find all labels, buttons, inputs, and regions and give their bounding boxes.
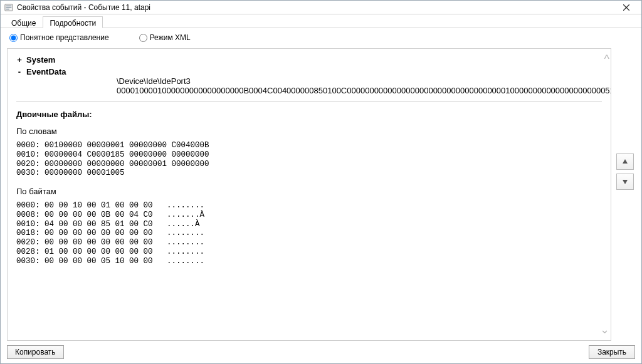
tab-bar: Общие Подробности xyxy=(1,14,641,28)
tab-general[interactable]: Общие xyxy=(4,16,43,28)
copy-button[interactable]: Копировать xyxy=(7,345,64,359)
svg-rect-3 xyxy=(6,8,9,9)
bytes-subhead: По байтам xyxy=(16,187,602,196)
radio-xml-view[interactable]: Режим XML xyxy=(139,33,191,42)
radio-friendly-label: Понятное представление xyxy=(20,33,109,42)
scroll-up-affordance[interactable]: ^ xyxy=(604,53,609,66)
app-icon xyxy=(4,3,13,12)
expand-icon[interactable]: + xyxy=(16,55,23,65)
tree-eventdata-label: EventData xyxy=(26,67,66,76)
prev-event-button[interactable] xyxy=(616,153,634,170)
radio-xml-input[interactable] xyxy=(139,34,147,42)
details-content: ^ ⌄ + System - EventData \Device\Ide\Ide… xyxy=(7,48,611,341)
titlebar: Свойства событий - Событие 11, atapi xyxy=(1,1,641,14)
collapse-icon[interactable]: - xyxy=(16,67,23,76)
svg-rect-1 xyxy=(6,5,12,6)
tree-system-row[interactable]: + System xyxy=(16,55,602,65)
event-properties-dialog: Свойства событий - Событие 11, atapi Общ… xyxy=(0,0,642,364)
eventdata-hex-blob: 0000100001000000000000000000B0004C004000… xyxy=(16,86,602,95)
radio-xml-label: Режим XML xyxy=(150,33,191,42)
window-title: Свойства событий - Событие 11, atapi xyxy=(17,3,150,12)
tab-details[interactable]: Подробности xyxy=(43,16,103,28)
radio-friendly-input[interactable] xyxy=(9,34,18,42)
eventdata-device-path: \Device\Ide\IdePort3 xyxy=(16,76,602,86)
radio-friendly-view[interactable]: Понятное представление xyxy=(9,33,109,42)
view-mode-row: Понятное представление Режим XML xyxy=(1,28,641,46)
close-button[interactable]: Закрыть xyxy=(589,345,635,359)
dialog-footer: Копировать Закрыть xyxy=(1,342,641,363)
svg-rect-2 xyxy=(6,7,12,8)
svg-marker-7 xyxy=(623,180,628,184)
tree-system-label: System xyxy=(26,55,55,65)
next-event-button[interactable] xyxy=(616,174,634,190)
words-dump: 0000: 00100000 00000001 00000000 C004000… xyxy=(16,141,602,178)
close-window-button[interactable] xyxy=(615,1,638,14)
tree-eventdata-row[interactable]: - EventData xyxy=(16,67,602,76)
bytes-dump: 0000: 00 00 10 00 01 00 00 00 ........ 0… xyxy=(16,201,602,266)
nav-rail xyxy=(615,48,635,341)
binary-section-title: Двоичные файлы: xyxy=(16,110,602,119)
scroll-down-affordance[interactable]: ⌄ xyxy=(600,323,609,336)
words-subhead: По словам xyxy=(16,127,602,136)
svg-marker-6 xyxy=(623,159,628,164)
